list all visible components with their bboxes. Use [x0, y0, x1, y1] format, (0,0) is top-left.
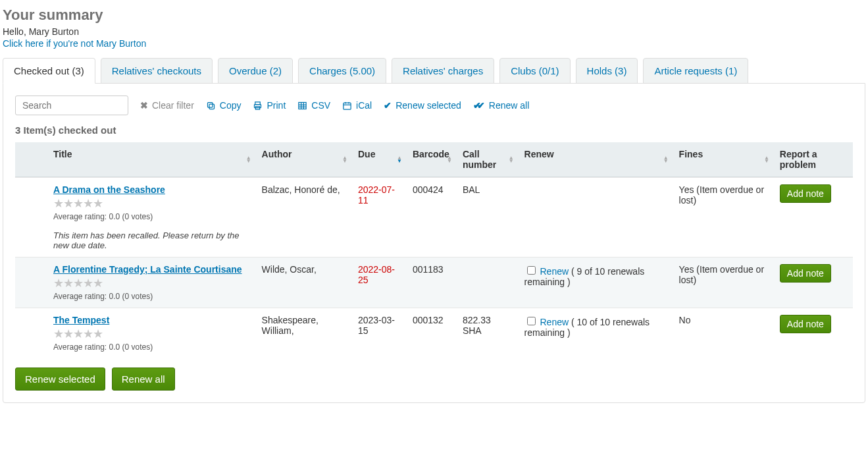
col-title-label: Title: [53, 149, 72, 159]
callnumber-cell: 822.33 SHA: [456, 308, 518, 358]
renew-selected-button[interactable]: Renew selected: [15, 368, 105, 391]
col-call-number[interactable]: Call number▲▼: [456, 142, 518, 177]
ical-button[interactable]: iCal: [342, 100, 372, 111]
col-fines[interactable]: Fines▲▼: [673, 142, 773, 177]
col-fines-label: Fines: [679, 149, 703, 159]
renew-cell: Renew ( 9 of 10 renewals remaining ): [518, 257, 673, 308]
renew-link[interactable]: Renew: [540, 266, 569, 277]
due-cell: 2022-08-25: [351, 257, 406, 308]
rating-text: Average rating: 0.0 (0 votes): [53, 342, 249, 352]
col-author-label: Author: [262, 149, 292, 159]
list-heading: 3 Item(s) checked out: [15, 124, 853, 136]
report-cell: Add note: [773, 257, 853, 308]
print-button[interactable]: Print: [253, 100, 286, 111]
renew-checkbox[interactable]: [527, 317, 536, 325]
table-row: A Florentine Tragedy; La Sainte Courtisa…: [15, 257, 853, 308]
col-due-label: Due: [358, 149, 375, 159]
tab-6[interactable]: Holds (3): [576, 58, 638, 84]
col-title[interactable]: Title▲▼: [47, 142, 255, 177]
rating-text: Average rating: 0.0 (0 votes): [53, 212, 249, 221]
tab-1[interactable]: Relatives' checkouts: [101, 58, 213, 84]
footer-buttons: Renew selected Renew all: [15, 368, 853, 391]
tab-3[interactable]: Charges (5.00): [298, 58, 386, 84]
switch-user-link[interactable]: Click here if you're not Mary Burton: [3, 38, 146, 49]
item-title-link[interactable]: The Tempest: [53, 315, 109, 325]
toolbar: ✖ Clear filter Copy Print CSV iCal ✔ Ren…: [15, 95, 853, 115]
copy-label: Copy: [220, 100, 242, 111]
fines-cell: Yes (Item overdue or lost): [673, 177, 773, 257]
table-icon: [297, 101, 307, 111]
barcode-cell: 000132: [406, 308, 456, 358]
renew-checkbox[interactable]: [527, 266, 536, 275]
svg-rect-1: [207, 102, 213, 107]
ical-label: iCal: [356, 100, 372, 111]
fines-cell: No: [673, 308, 773, 358]
renew-selected-link[interactable]: ✔ Renew selected: [384, 100, 461, 111]
renew-all-link[interactable]: ✔✔ Renew all: [473, 100, 529, 111]
item-title-link[interactable]: A Florentine Tragedy; La Sainte Courtisa…: [53, 264, 242, 275]
col-author[interactable]: Author▲▼: [255, 142, 351, 177]
col-call-label: Call number: [463, 149, 496, 170]
check-icon: ✔: [384, 100, 392, 111]
table-row: A Drama on the Seashore★★★★★Average rati…: [15, 177, 853, 257]
report-cell: Add note: [773, 177, 853, 257]
add-note-button[interactable]: Add note: [780, 184, 831, 203]
add-note-button[interactable]: Add note: [780, 315, 831, 333]
checkouts-table: Title▲▼ Author▲▼ Due▲▼ Barcode▲▼ Call nu…: [15, 142, 853, 358]
author-cell: Wilde, Oscar,: [255, 257, 351, 308]
svg-rect-0: [209, 104, 215, 109]
greeting: Hello, Mary Burton: [3, 26, 865, 37]
svg-rect-5: [299, 102, 306, 109]
item-title-link[interactable]: A Drama on the Seashore: [53, 184, 165, 195]
page-title: Your summary: [3, 7, 865, 24]
callnumber-cell: BAL: [456, 177, 518, 257]
close-icon: ✖: [140, 100, 148, 111]
col-renew-label: Renew: [524, 149, 554, 159]
tab-2[interactable]: Overdue (2): [218, 58, 293, 84]
csv-label: CSV: [311, 100, 330, 111]
renew-cell: Renew ( 10 of 10 renewals remaining ): [518, 308, 673, 358]
copy-icon: [206, 101, 216, 111]
double-check-icon: ✔✔: [473, 100, 481, 111]
print-icon: [253, 101, 263, 111]
clear-filter-label: Clear filter: [152, 100, 194, 111]
search-input[interactable]: [15, 95, 128, 115]
barcode-cell: 001183: [406, 257, 456, 308]
table-row: The Tempest★★★★★Average rating: 0.0 (0 v…: [15, 308, 853, 358]
report-cell: Add note: [773, 308, 853, 358]
renew-link[interactable]: Renew: [540, 317, 569, 327]
star-rating[interactable]: ★★★★★: [53, 196, 249, 211]
col-renew[interactable]: Renew▲▼: [518, 142, 673, 177]
col-report: Report a problem: [773, 142, 853, 177]
tabs: Checked out (3)Relatives' checkoutsOverd…: [3, 58, 865, 84]
add-note-button[interactable]: Add note: [780, 264, 831, 283]
renew-cell: [518, 177, 673, 257]
tab-4[interactable]: Relatives' charges: [392, 58, 494, 84]
calendar-icon: [342, 101, 352, 111]
star-rating[interactable]: ★★★★★: [53, 327, 249, 341]
star-rating[interactable]: ★★★★★: [53, 276, 249, 290]
print-label: Print: [267, 100, 286, 111]
col-due[interactable]: Due▲▼: [351, 142, 406, 177]
rating-text: Average rating: 0.0 (0 votes): [53, 292, 249, 301]
tab-5[interactable]: Clubs (0/1): [499, 58, 570, 84]
renew-selected-label: Renew selected: [396, 100, 461, 111]
fines-cell: Yes (Item overdue or lost): [673, 257, 773, 308]
author-cell: Balzac, Honoré de,: [255, 177, 351, 257]
col-barcode-label: Barcode: [413, 149, 449, 159]
tab-7[interactable]: Article requests (1): [643, 58, 748, 84]
csv-button[interactable]: CSV: [297, 100, 330, 111]
due-cell: 2023-03-15: [351, 308, 406, 358]
renew-all-label: Renew all: [489, 100, 529, 111]
tab-0[interactable]: Checked out (3): [3, 58, 95, 84]
col-barcode[interactable]: Barcode▲▼: [406, 142, 456, 177]
renew-all-button[interactable]: Renew all: [112, 368, 175, 391]
callnumber-cell: [456, 257, 518, 308]
recall-note: This item has been recalled. Please retu…: [53, 231, 249, 250]
barcode-cell: 000424: [406, 177, 456, 257]
clear-filter-button[interactable]: ✖ Clear filter: [140, 100, 194, 111]
copy-button[interactable]: Copy: [206, 100, 242, 111]
author-cell: Shakespeare, William,: [255, 308, 351, 358]
due-cell: 2022-07-11: [351, 177, 406, 257]
col-report-label: Report a problem: [780, 149, 817, 170]
